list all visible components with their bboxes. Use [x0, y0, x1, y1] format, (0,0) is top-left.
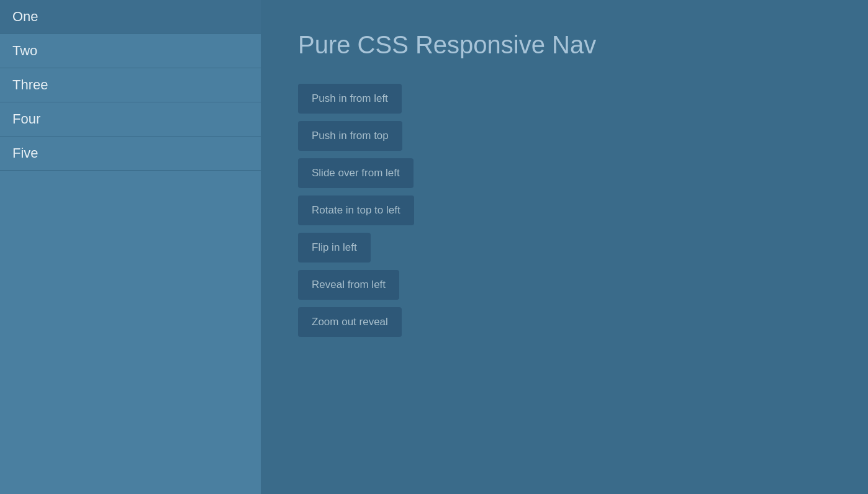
- nav-button-6[interactable]: Zoom out reveal: [298, 307, 402, 337]
- nav-button-3[interactable]: Rotate in top to left: [298, 195, 414, 225]
- nav-button-4[interactable]: Flip in left: [298, 233, 371, 263]
- nav-button-5[interactable]: Reveal from left: [298, 270, 399, 300]
- nav-button-0[interactable]: Push in from left: [298, 84, 402, 114]
- buttons-container: Push in from leftPush in from topSlide o…: [298, 84, 831, 337]
- sidebar-item-four[interactable]: Four: [0, 102, 261, 137]
- sidebar-item-two[interactable]: Two: [0, 34, 261, 68]
- sidebar-item-five[interactable]: Five: [0, 137, 261, 171]
- sidebar-item-one[interactable]: One: [0, 0, 261, 34]
- sidebar-item-three[interactable]: Three: [0, 68, 261, 102]
- nav-button-1[interactable]: Push in from top: [298, 121, 402, 151]
- page-title: Pure CSS Responsive Nav: [298, 31, 831, 59]
- main-content: Pure CSS Responsive Nav Push in from lef…: [261, 0, 868, 494]
- sidebar: OneTwoThreeFourFive: [0, 0, 261, 494]
- nav-button-2[interactable]: Slide over from left: [298, 158, 414, 188]
